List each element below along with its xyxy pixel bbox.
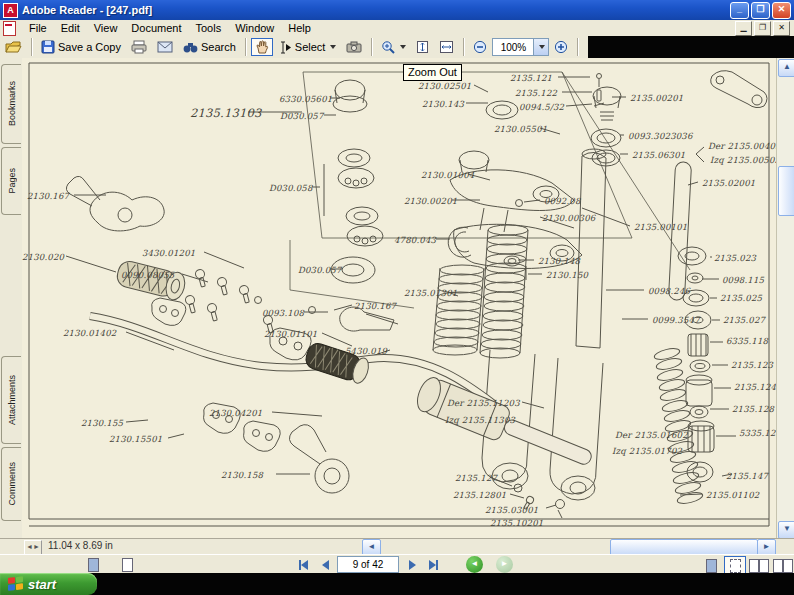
tab-pages[interactable]: Pages xyxy=(1,147,21,215)
part-label: D030.057 xyxy=(280,111,324,121)
pdf-document-icon[interactable] xyxy=(3,21,16,36)
part-label: 2135.01301 xyxy=(404,288,457,298)
printer-icon xyxy=(131,40,147,54)
part-label: 0098.246 xyxy=(648,286,690,296)
part-label: Der 2135.00403 xyxy=(708,141,776,151)
facing-icon xyxy=(773,559,783,573)
restore-button[interactable]: ❐ xyxy=(751,2,770,19)
actual-size-button[interactable] xyxy=(412,38,433,56)
separator xyxy=(245,38,246,56)
menu-item[interactable]: Document xyxy=(124,21,188,35)
scroll-up-button[interactable]: ▲ xyxy=(778,59,794,77)
save-a-copy-button[interactable]: Save a Copy xyxy=(37,38,125,56)
zoom-level-combo[interactable]: 100% xyxy=(492,38,534,56)
part-label: 0099.3547 xyxy=(652,315,700,325)
next-page-button[interactable] xyxy=(403,557,421,572)
page-indicator[interactable]: 9 of 42 xyxy=(337,556,399,573)
tab-bookmarks-label: Bookmarks xyxy=(7,81,17,126)
part-label: 0093.3023036 xyxy=(628,131,693,141)
part-label: 2130.020 xyxy=(22,252,64,262)
doc-close-button[interactable]: ✕ xyxy=(773,21,790,36)
first-page-button[interactable] xyxy=(294,557,312,572)
part-label: 2135.13103 xyxy=(190,106,262,120)
search-button[interactable]: Search xyxy=(179,38,240,56)
title-bar[interactable]: A Adobe Reader - [247.pdf] _ ❐ ✕ xyxy=(0,0,794,20)
separator xyxy=(31,38,32,56)
menu-item[interactable]: View xyxy=(87,21,125,35)
vertical-scrollbar[interactable]: ▲ ▼ xyxy=(776,58,794,538)
camera-icon xyxy=(346,41,362,53)
part-labels: 2135.131036330.05601D030.057D030.058D030… xyxy=(22,58,776,538)
save-a-copy-label: Save a Copy xyxy=(58,41,121,53)
menu-items: FileEditViewDocumentToolsWindowHelp xyxy=(22,21,318,35)
magnifier-plus-icon xyxy=(381,40,395,54)
pane-splitter-button[interactable]: ◄► xyxy=(24,540,42,555)
doc-restore-button[interactable]: ❐ xyxy=(754,21,771,36)
fit-width-button[interactable] xyxy=(435,38,458,56)
part-label: 2135.12801 xyxy=(453,490,506,500)
part-label: 2130.15501 xyxy=(109,434,162,444)
minimize-button[interactable]: _ xyxy=(730,2,749,19)
start-button[interactable]: start xyxy=(0,573,97,595)
page-view-icon-button[interactable] xyxy=(84,557,102,572)
next-view-button[interactable]: ► xyxy=(496,556,513,573)
part-label: 2130.05501 xyxy=(494,124,547,134)
scroll-down-button[interactable]: ▼ xyxy=(778,521,794,539)
doc-minimize-button[interactable]: ▁ xyxy=(735,21,752,36)
part-label: 0092.08 xyxy=(544,196,581,206)
windows-logo-icon xyxy=(8,576,24,592)
part-label: 2130.02501 xyxy=(418,81,471,91)
search-label: Search xyxy=(201,41,236,53)
menu-item[interactable]: File xyxy=(22,21,54,35)
menu-item[interactable]: Edit xyxy=(54,21,87,35)
zoom-in-button[interactable] xyxy=(550,38,572,56)
close-button[interactable]: ✕ xyxy=(772,2,791,19)
part-label: 2135.023 xyxy=(714,253,756,263)
last-page-button[interactable] xyxy=(424,557,442,572)
part-label: 2130.167 xyxy=(354,301,396,311)
part-label: 3430.01201 xyxy=(142,248,195,258)
part-label: 0094.5/32 xyxy=(519,102,564,112)
page-size-label: 11.04 x 8.69 in xyxy=(48,540,113,551)
zoom-out-icon xyxy=(473,40,487,54)
previous-view-button[interactable]: ◄ xyxy=(466,556,483,573)
print-button[interactable] xyxy=(127,38,151,56)
part-label: 2135.01102 xyxy=(706,490,759,500)
previous-page-button[interactable] xyxy=(316,557,334,572)
single-page-icon xyxy=(706,559,717,573)
menu-bar: FileEditViewDocumentToolsWindowHelp ▁ ❐ … xyxy=(0,20,794,37)
snapshot-button[interactable] xyxy=(342,38,366,56)
menu-item[interactable]: Window xyxy=(228,21,281,35)
continuous-facing-icon xyxy=(749,559,759,573)
part-label: 0093.108 xyxy=(262,308,304,318)
part-label: 2130.00201 xyxy=(404,196,457,206)
vertical-scroll-thumb[interactable] xyxy=(778,166,794,216)
part-label: D030.058 xyxy=(269,183,313,193)
part-label: 2135.123 xyxy=(731,360,773,370)
page-icon xyxy=(88,558,99,572)
select-tool-button[interactable]: Select xyxy=(275,38,341,56)
status-scroll-row: ◄► 11.04 x 8.69 in ◄ ► xyxy=(0,538,794,555)
tab-comments[interactable]: Comments xyxy=(1,447,21,521)
page-outline-icon-button[interactable] xyxy=(118,557,136,572)
start-label: start xyxy=(28,577,56,592)
tab-bookmarks[interactable]: Bookmarks xyxy=(1,64,21,144)
part-label: Izq 2135.00503 xyxy=(710,155,776,165)
part-label: 2135.121 xyxy=(510,73,552,83)
menu-item[interactable]: Tools xyxy=(189,21,229,35)
part-label: 6335.118 xyxy=(726,336,768,346)
document-page[interactable]: 2135.131036330.05601D030.057D030.058D030… xyxy=(22,58,776,538)
open-button[interactable] xyxy=(1,38,26,56)
part-label: 2135.027 xyxy=(723,315,765,325)
windows-taskbar: start xyxy=(0,573,794,595)
zoom-tool-button[interactable] xyxy=(377,38,410,56)
tab-attachments[interactable]: Attachments xyxy=(1,356,21,444)
select-label: Select xyxy=(295,41,326,53)
chevron-down-icon xyxy=(330,45,336,49)
part-label: Der 2135.11203 xyxy=(447,398,520,408)
hand-tool-button[interactable] xyxy=(251,38,273,56)
zoom-out-button[interactable] xyxy=(469,38,491,56)
email-button[interactable] xyxy=(153,38,177,56)
menu-item[interactable]: Help xyxy=(281,21,318,35)
zoom-combo-arrow[interactable] xyxy=(534,38,549,56)
